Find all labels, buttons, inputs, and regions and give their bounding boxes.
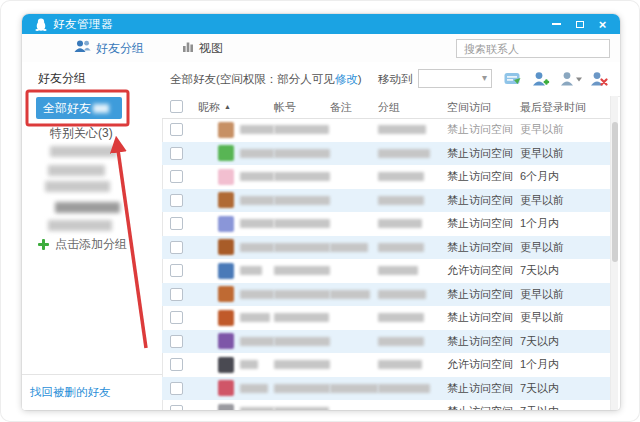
titlebar: 好友管理器 × [22,14,620,34]
table-row[interactable]: 禁止访问空间更早以前 [162,236,610,260]
friend-groups-menu[interactable]: 好友分组 [74,40,144,57]
sidebar-item-redacted[interactable] [48,220,112,231]
space-access-value: 允许访问空间 [446,357,518,372]
redacted-nickname [240,243,274,252]
view-menu[interactable]: 视图 [182,40,223,57]
table-row[interactable]: 禁止访问空间7天以内 [162,330,610,354]
redacted-group [378,125,426,134]
avatar [218,380,234,396]
row-checkbox[interactable] [170,405,183,410]
bar-chart-icon [182,41,194,56]
table-row[interactable]: 允许访问空间7天以内 [162,259,610,283]
add-group-button[interactable]: 点击添加分组 [38,236,127,253]
recover-friends-link[interactable]: 找回被删的好友 [30,386,111,398]
row-checkbox[interactable] [170,264,183,277]
redacted-group [378,360,422,369]
redacted-group [378,149,430,158]
redacted-nickname [240,196,274,205]
table-row[interactable]: 禁止访问空间7天以内 [162,400,610,410]
row-checkbox[interactable] [170,241,183,254]
column-header-nick[interactable]: 昵称▲ [190,100,274,115]
table-row[interactable]: 禁止访问空间更早以前 [162,142,610,166]
qq-penguin-icon [35,18,47,31]
redacted-nickname [240,149,274,158]
avatar [218,145,234,161]
maximize-button[interactable] [568,14,591,34]
last-login-value: 更早以前 [518,310,610,325]
space-access-value: 禁止访问空间 [446,334,518,349]
redacted-group [378,219,422,228]
plus-icon [38,239,49,250]
table-row[interactable]: 禁止访问空间更早以前 [162,283,610,307]
avatar [218,263,234,279]
row-checkbox[interactable] [170,311,183,324]
redacted-remark [330,243,368,252]
avatar [218,286,234,302]
last-login-value: 更早以前 [518,193,610,208]
space-access-value: 禁止访问空间 [446,404,518,410]
table-row[interactable]: 禁止访问空间1个月内 [162,212,610,236]
move-to-dropdown[interactable]: ▾ [418,69,492,88]
scrollbar[interactable] [610,96,618,410]
close-button[interactable]: × [591,14,614,34]
avatar [218,239,234,255]
redacted-group [378,266,418,275]
redacted-group [378,384,430,393]
space-access-value: 禁止访问空间 [446,146,518,161]
sidebar-header: 好友分组 [38,70,86,87]
sort-asc-icon: ▲ [224,103,231,110]
sidebar-item-special-care[interactable]: 特别关心(3) [50,125,113,142]
table-row[interactable]: 禁止访问空间更早以前 [162,118,610,142]
last-login-value: 7天以内 [518,404,610,410]
avatar [218,169,234,185]
last-login-value: 1个月内 [518,216,610,231]
send-message-button[interactable] [500,69,524,89]
search-input[interactable] [456,39,610,58]
redacted-account [274,172,330,181]
friend-options-button[interactable] [556,69,586,89]
add-group-label: 点击添加分组 [55,236,127,253]
row-checkbox[interactable] [170,382,183,395]
row-checkbox[interactable] [170,335,183,348]
avatar [218,216,234,232]
last-login-value: 更早以前 [518,240,610,255]
space-access-value: 禁止访问空间 [446,216,518,231]
redacted-account [274,219,330,228]
redacted-nickname [240,360,258,369]
sidebar-item-redacted[interactable] [50,146,117,157]
friend-groups-icon [74,40,91,56]
friend-groups-label: 好友分组 [96,40,144,57]
minimize-button[interactable] [545,14,568,34]
table-row[interactable]: 禁止访问空间6个月内 [162,165,610,189]
table-row[interactable]: 禁止访问空间更早以前 [162,189,610,213]
redacted-group [378,337,424,346]
column-header-remark: 备注 [330,100,378,115]
add-friend-button[interactable] [528,69,552,89]
sidebar-item-redacted[interactable] [55,202,120,213]
redacted-nickname [240,172,274,181]
last-login-value: 7天以内 [518,263,610,278]
edit-permission-link[interactable]: 修改 [335,73,358,85]
row-checkbox[interactable] [170,217,183,230]
scrollbar-thumb[interactable] [612,122,618,262]
window-controls: × [545,14,614,34]
row-checkbox[interactable] [170,358,183,371]
select-all-checkbox[interactable] [170,100,183,113]
delete-friend-button[interactable] [586,69,610,89]
row-checkbox[interactable] [170,288,183,301]
table-row[interactable]: 禁止访问空间更早以前 [162,306,610,330]
last-login-value: 更早以前 [518,146,610,161]
sidebar-item-all-friends[interactable]: 全部好友 [36,97,122,119]
row-checkbox[interactable] [170,123,183,136]
sidebar-item-redacted[interactable] [48,165,105,176]
row-checkbox[interactable] [170,194,183,207]
space-access-value: 禁止访问空间 [446,287,518,302]
column-header-access: 空间访问 [446,100,518,115]
column-header-account: 帐号 [274,100,330,115]
table-row[interactable]: 禁止访问空间7天以内 [162,377,610,401]
sidebar-item-redacted[interactable] [45,181,110,192]
row-checkbox[interactable] [170,147,183,160]
screenshot-stage: 好友管理器 × 好友分组 视图 [0,0,640,422]
table-row[interactable]: 允许访问空间1个月内 [162,353,610,377]
row-checkbox[interactable] [170,170,183,183]
